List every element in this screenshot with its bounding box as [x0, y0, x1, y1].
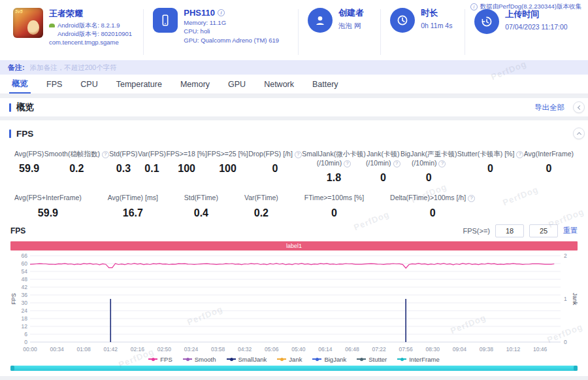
svg-text:12: 12 — [22, 323, 28, 330]
svg-text:02:50: 02:50 — [157, 346, 172, 353]
device-memory: Memory: 11.1G — [184, 19, 279, 27]
legend-InterFrame[interactable]: InterFrame — [397, 356, 439, 363]
metric-value: 100 — [207, 163, 248, 175]
svg-text:05:40: 05:40 — [291, 346, 306, 353]
game-info-block: 5v5 王者荣耀 Android版本名: 8.2.1.9 Android版本号:… — [8, 8, 139, 46]
legend-BigJank[interactable]: BigJank — [312, 356, 346, 363]
metric-value: 0.3 — [109, 163, 137, 175]
metric-value: 59.9 — [14, 163, 44, 175]
device-cpu: CPU: holi — [184, 27, 279, 36]
svg-text:42: 42 — [22, 284, 28, 290]
header-divider — [143, 9, 144, 55]
svg-text:00:00: 00:00 — [23, 346, 37, 353]
overview-collapse-button[interactable] — [573, 101, 585, 113]
help-icon[interactable]: ? — [102, 151, 109, 158]
legend-SmallJank[interactable]: SmallJank — [227, 356, 267, 363]
svg-text:FPS: FPS — [10, 293, 17, 305]
game-icon: 5v5 — [13, 8, 43, 38]
header-divider — [465, 9, 465, 55]
metric-Avg(FPS+InterFrame): Avg(FPS+InterFrame)59.9 — [14, 193, 82, 218]
metric-FPS>=18 [%]: FPS>=18 [%]100 — [166, 149, 206, 184]
fps-threshold-input-2[interactable] — [529, 224, 558, 237]
scrollbar-handle-right[interactable] — [574, 366, 578, 371]
metric-value: 0.1 — [138, 163, 166, 175]
android-icon — [49, 24, 55, 27]
svg-text:10:12: 10:12 — [506, 346, 521, 353]
tab-Memory[interactable]: Memory — [171, 75, 219, 94]
clock-icon — [390, 8, 415, 33]
user-icon — [308, 8, 333, 33]
help-icon[interactable]: ? — [516, 151, 523, 158]
svg-text:09:38: 09:38 — [480, 346, 494, 353]
creator-value: 泡泡 网 — [338, 22, 364, 31]
fps-collapse-button[interactable] — [573, 128, 585, 139]
chart-label-banner: label1 — [10, 241, 578, 250]
tab-Battery[interactable]: Battery — [303, 75, 348, 94]
metric-Std(FPS): Std(FPS)0.3 — [109, 149, 137, 184]
note-input[interactable] — [30, 63, 580, 71]
creator-label: 创建者 — [338, 8, 364, 18]
export-all-link[interactable]: 导出全部 — [534, 103, 564, 112]
svg-text:04:32: 04:32 — [238, 346, 252, 353]
tab-FPS[interactable]: FPS — [37, 75, 71, 94]
legend-Stutter[interactable]: Stutter — [357, 356, 387, 363]
fps-section-header: FPS — [0, 126, 588, 141]
section-accent — [9, 103, 11, 112]
duration-value: 0h 11m 4s — [421, 22, 452, 29]
help-icon[interactable]: ? — [393, 160, 400, 167]
metric-Var(FTime): Var(FTime)0.2 — [244, 193, 278, 218]
device-info-block: PHS110 i Memory: 11.1G CPU: holi GPU: Qu… — [148, 8, 294, 45]
tab-Network[interactable]: Network — [255, 75, 303, 94]
tab-概览[interactable]: 概览 — [3, 75, 37, 94]
fps-threshold-label: FPS(>=) — [463, 227, 490, 235]
scrollbar-handle-left[interactable] — [10, 366, 14, 371]
reset-link[interactable]: 重置 — [563, 226, 578, 235]
fps-chart-controls: FPS FPS(>=) 重置 — [0, 223, 588, 239]
upload-time-value: 07/04/2023 11:17:00 — [505, 23, 568, 31]
help-icon[interactable]: ? — [438, 160, 446, 167]
metric-SmallJank(微小卡顿): SmallJank(微小卡顿)(/10min)?1.8 — [302, 149, 365, 184]
fps-chart-title: FPS — [10, 226, 25, 235]
phone-icon — [153, 8, 178, 33]
metric-value: 0.4 — [184, 207, 218, 219]
svg-text:66: 66 — [22, 252, 28, 259]
svg-text:05:06: 05:06 — [265, 346, 279, 353]
legend-Smooth[interactable]: Smooth — [183, 356, 216, 363]
device-gpu: GPU: Qualcomm Adreno (TM) 619 — [184, 37, 279, 45]
tab-Temperature[interactable]: Temperature — [107, 75, 171, 94]
help-icon[interactable]: ? — [344, 160, 351, 167]
svg-text:06:14: 06:14 — [318, 346, 333, 353]
svg-text:48: 48 — [22, 276, 28, 283]
fps-chart-svg[interactable]: 061218243036424854606601200:0000:3401:08… — [10, 252, 578, 355]
help-icon[interactable]: ? — [468, 195, 475, 202]
device-info-icon[interactable]: i — [218, 9, 225, 16]
metric-FTime>=100ms [%]: FTime>=100ms [%]0 — [304, 193, 364, 218]
metric-Avg(FPS): Avg(FPS)59.9 — [14, 149, 44, 184]
fps-metrics-row2: Avg(FPS+InterFrame)59.9Avg(FTime) [ms]16… — [0, 185, 588, 222]
duration-label: 时长 — [421, 8, 438, 18]
chart-scrollbar[interactable] — [10, 366, 578, 371]
fps-panel: FPS Avg(FPS)59.9Smooth(稳帧指数)?0.2Std(FPS)… — [0, 120, 588, 376]
metric-Avg(FTime) [ms]: Avg(FTime) [ms]16.7 — [108, 193, 158, 218]
tab-CPU[interactable]: CPU — [71, 75, 106, 94]
svg-text:30: 30 — [22, 300, 28, 306]
metric-value: 0 — [524, 163, 574, 175]
device-name: PHS110 — [184, 8, 215, 18]
metric-Smooth(稳帧指数): Smooth(稳帧指数)?0.2 — [44, 149, 109, 184]
legend-Jank[interactable]: Jank — [277, 356, 302, 363]
svg-text:0: 0 — [24, 339, 27, 345]
note-label: 备注: — [8, 63, 25, 73]
svg-text:07:56: 07:56 — [399, 346, 414, 353]
svg-text:6: 6 — [24, 331, 27, 337]
fps-threshold-input-1[interactable] — [495, 224, 524, 237]
svg-text:0: 0 — [564, 339, 567, 345]
game-package: com.tencent.tmgp.sgame — [49, 39, 132, 47]
legend-FPS[interactable]: FPS — [148, 356, 172, 363]
svg-text:36: 36 — [22, 292, 28, 298]
tab-GPU[interactable]: GPU — [219, 75, 255, 94]
game-badge: 5v5 — [15, 9, 23, 14]
metric-value: 0 — [390, 207, 475, 219]
svg-text:03:24: 03:24 — [184, 346, 199, 353]
help-icon[interactable]: ? — [295, 151, 302, 158]
metric-value: 0 — [366, 172, 400, 184]
